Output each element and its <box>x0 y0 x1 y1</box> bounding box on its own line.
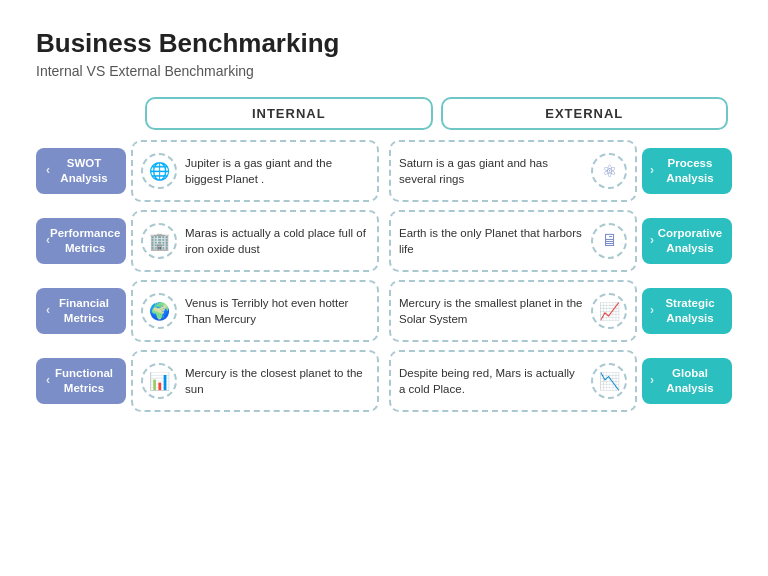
external-cell-2: Earth is the only Planet that harbors li… <box>389 210 637 272</box>
building-icon: 🏢 <box>141 223 177 259</box>
global-analysis-label: Global Analysis <box>656 366 724 396</box>
left-label-performance[interactable]: ‹ Performance Metrics <box>36 218 126 264</box>
internal-text-4: Mercury is the closest planet to the sun <box>185 365 369 397</box>
header-row: INTERNAL EXTERNAL <box>141 97 732 130</box>
external-header: EXTERNAL <box>441 97 729 130</box>
right-label-strategic[interactable]: › Strategic Analysis <box>642 288 732 334</box>
chevron-right-icon: › <box>650 373 654 389</box>
external-text-4: Despite being red, Mars is actually a co… <box>399 365 583 397</box>
swot-analysis-label: SWOT Analysis <box>50 156 118 186</box>
monitor-icon: 🖥 <box>591 223 627 259</box>
data-rows: ‹ SWOT Analysis 🌐 Jupiter is a gas giant… <box>36 140 732 412</box>
external-cell-3: Mercury is the smallest planet in the So… <box>389 280 637 342</box>
internal-text-3: Venus is Terribly hot even hotter Than M… <box>185 295 369 327</box>
page-title: Business Benchmarking <box>36 28 732 59</box>
left-label-financial[interactable]: ‹ Financial Metrics <box>36 288 126 334</box>
table-row: ‹ Functional Metrics 📊 Mercury is the cl… <box>36 350 732 412</box>
chart-up-icon: 📈 <box>591 293 627 329</box>
table-row: ‹ Financial Metrics 🌍 Venus is Terribly … <box>36 280 732 342</box>
chart-down-icon: 📉 <box>591 363 627 399</box>
right-label-process[interactable]: › Process Analysis <box>642 148 732 194</box>
strategic-analysis-label: Strategic Analysis <box>656 296 724 326</box>
left-label-functional[interactable]: ‹ Functional Metrics <box>36 358 126 404</box>
corporative-analysis-label: Corporative Analysis <box>656 226 724 256</box>
external-cell-4: Despite being red, Mars is actually a co… <box>389 350 637 412</box>
subtitle: Internal VS External Benchmarking <box>36 63 732 79</box>
external-text-2: Earth is the only Planet that harbors li… <box>399 225 583 257</box>
right-label-corporative[interactable]: › Corporative Analysis <box>642 218 732 264</box>
external-text-1: Saturn is a gas giant and has several ri… <box>399 155 583 187</box>
atom-icon: ⚛ <box>591 153 627 189</box>
main-content: INTERNAL EXTERNAL ‹ SWOT Analysis 🌐 Jupi… <box>36 97 732 412</box>
performance-metrics-label: Performance Metrics <box>50 226 120 256</box>
chevron-right-icon: › <box>650 303 654 319</box>
financial-metrics-label: Financial Metrics <box>50 296 118 326</box>
internal-cell-4: 📊 Mercury is the closest planet to the s… <box>131 350 379 412</box>
process-analysis-label: Process Analysis <box>656 156 724 186</box>
chevron-right-icon: › <box>650 233 654 249</box>
right-label-global[interactable]: › Global Analysis <box>642 358 732 404</box>
table-row: ‹ SWOT Analysis 🌐 Jupiter is a gas giant… <box>36 140 732 202</box>
internal-text-2: Maras is actually a cold place full of i… <box>185 225 369 257</box>
external-cell-1: Saturn is a gas giant and has several ri… <box>389 140 637 202</box>
globe-icon: 🌐 <box>141 153 177 189</box>
internal-cell-1: 🌐 Jupiter is a gas giant and the biggest… <box>131 140 379 202</box>
table-row: ‹ Performance Metrics 🏢 Maras is actuall… <box>36 210 732 272</box>
functional-metrics-label: Functional Metrics <box>50 366 118 396</box>
internal-text-1: Jupiter is a gas giant and the biggest P… <box>185 155 369 187</box>
left-label-swot[interactable]: ‹ SWOT Analysis <box>36 148 126 194</box>
internal-header: INTERNAL <box>145 97 433 130</box>
bar-chart-icon: 📊 <box>141 363 177 399</box>
chevron-right-icon: › <box>650 163 654 179</box>
earth-icon: 🌍 <box>141 293 177 329</box>
external-text-3: Mercury is the smallest planet in the So… <box>399 295 583 327</box>
internal-cell-3: 🌍 Venus is Terribly hot even hotter Than… <box>131 280 379 342</box>
internal-cell-2: 🏢 Maras is actually a cold place full of… <box>131 210 379 272</box>
